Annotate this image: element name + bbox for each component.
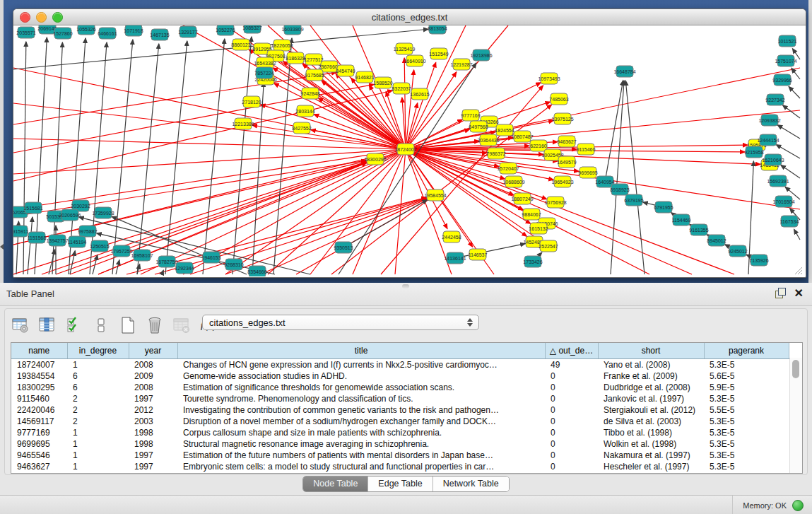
network-node[interactable]: 10688609 — [502, 176, 524, 187]
table-row[interactable]: 1456911722003Disruption of a novel membe… — [11, 416, 789, 427]
network-node[interactable]: 9329966 — [772, 74, 792, 86]
tab-network-table[interactable]: Network Table — [433, 477, 509, 491]
network-node[interactable]: 1146537 — [469, 249, 488, 260]
network-node[interactable]: 8454749 — [336, 65, 355, 76]
network-node[interactable]: 8813054 — [428, 25, 447, 34]
network-node[interactable]: 1649579 — [557, 156, 576, 168]
network-node[interactable]: 9175685 — [305, 69, 324, 81]
network-window-titlebar[interactable]: citations_edges.txt — [13, 9, 806, 25]
column-header-short[interactable]: short — [598, 343, 704, 359]
network-node[interactable]: 1250515 — [90, 240, 109, 252]
network-node[interactable]: 12093832 — [758, 115, 780, 126]
panel-drag-handle[interactable] — [402, 284, 409, 288]
network-node[interactable]: 1467135 — [150, 29, 169, 40]
network-node[interactable]: 16648784 — [613, 66, 635, 77]
memory-ok-indicator-icon[interactable] — [792, 500, 804, 511]
network-node[interactable]: 2522547 — [539, 240, 558, 252]
column-header-title[interactable]: title — [177, 343, 545, 359]
table-row[interactable]: 946362711997Embryonic stem cells: a mode… — [11, 461, 789, 472]
tab-node-table[interactable]: Node Table — [303, 477, 368, 491]
network-node[interactable]: 1085327 — [242, 25, 261, 33]
table-row[interactable]: 2242004622012Investigating the contribut… — [11, 404, 789, 416]
network-node[interactable]: 9215958 — [744, 146, 763, 158]
delete-column-button[interactable] — [145, 316, 164, 335]
network-node[interactable]: 1071918 — [124, 25, 143, 36]
network-node[interactable]: 8918923 — [610, 184, 629, 195]
network-node[interactable]: 2035571 — [16, 27, 35, 38]
network-node[interactable]: 16033809 — [281, 25, 303, 35]
network-node[interactable]: 9350513 — [334, 242, 353, 253]
network-node[interactable]: 3915911 — [13, 226, 28, 237]
network-node[interactable]: 1362615 — [410, 88, 429, 100]
network-node[interactable]: 12213389 — [232, 118, 254, 129]
network-node[interactable]: 9884067 — [522, 209, 541, 220]
window-resize-grip[interactable] — [793, 265, 803, 275]
create-column-button[interactable] — [118, 316, 137, 335]
network-node[interactable]: 15692391 — [767, 175, 789, 187]
network-node[interactable]: 18724007 — [394, 144, 416, 155]
network-node[interactable]: 8186328 — [286, 52, 305, 64]
column-header-year[interactable]: year — [129, 343, 177, 359]
network-node[interactable]: 17359928 — [92, 207, 114, 218]
network-node[interactable]: 8860123 — [231, 39, 250, 50]
network-node[interactable]: 9463627 — [557, 136, 576, 147]
network-node[interactable]: 15751074 — [775, 55, 796, 66]
network-node[interactable]: 20364436 — [477, 134, 499, 146]
network-node[interactable]: 7986372 — [486, 148, 505, 159]
close-panel-icon[interactable]: ✕ — [794, 288, 804, 298]
network-node[interactable]: 1151568 — [28, 232, 47, 243]
network-node[interactable]: 9115460 — [577, 144, 596, 155]
network-node[interactable]: 1527860 — [53, 28, 72, 39]
network-node[interactable]: 10807487 — [511, 131, 533, 142]
network-node[interactable]: 1055326 — [76, 25, 95, 35]
network-node[interactable]: 9227342 — [765, 94, 784, 105]
table-scrollbar[interactable] — [789, 358, 802, 473]
network-node[interactable]: 9146821 — [355, 71, 374, 83]
network-node[interactable]: 19584554 — [424, 189, 446, 201]
network-node[interactable]: 2442458 — [442, 231, 461, 243]
tab-edge-table[interactable]: Edge Table — [368, 477, 433, 491]
network-node[interactable]: 6791955 — [654, 201, 673, 213]
network-node[interactable]: 17016504 — [772, 196, 794, 207]
network-node[interactable]: 17957255 — [110, 245, 132, 257]
network-node[interactable]: 1145194 — [68, 236, 87, 247]
network-node[interactable]: 1167534 — [780, 216, 799, 227]
table-row[interactable]: 946554611997Estimation of the future num… — [11, 450, 789, 461]
network-node[interactable]: 8945012 — [707, 235, 726, 246]
network-node[interactable]: 18300295 — [364, 153, 386, 165]
table-row[interactable]: 969969511998Structural magnetic resonanc… — [11, 438, 789, 450]
network-node[interactable]: 1292344 — [175, 262, 194, 274]
network-node[interactable]: 9777169 — [461, 110, 480, 121]
network-node[interactable]: 1052276 — [216, 25, 235, 35]
network-node[interactable]: 1588520 — [373, 77, 392, 88]
network-node[interactable]: 18226058 — [271, 40, 293, 51]
network-node[interactable]: 19218986 — [470, 49, 492, 61]
network-node[interactable]: 9161355 — [689, 224, 708, 235]
column-visibility-button[interactable] — [37, 316, 57, 335]
network-node[interactable]: 1946153 — [201, 252, 220, 263]
delete-table-button[interactable] — [172, 316, 191, 335]
network-canvas[interactable]: 1872400788601238912955182260589827508818… — [13, 25, 804, 276]
table-row[interactable]: 1830029562008Estimation of significance … — [11, 382, 789, 393]
network-node[interactable]: 622160 — [530, 140, 547, 151]
network-node[interactable]: 6497568 — [469, 121, 488, 132]
column-header-name[interactable]: name — [11, 343, 67, 359]
network-node[interactable]: 8427552 — [292, 122, 311, 134]
network-node[interactable]: 1154469 — [672, 214, 691, 226]
row-height-button[interactable] — [91, 316, 110, 335]
table-mode-button[interactable] — [11, 316, 30, 335]
network-node[interactable]: 7485063 — [549, 93, 568, 105]
network-node[interactable]: 13975125 — [551, 113, 573, 124]
network-node[interactable]: 6379195 — [624, 194, 643, 206]
network-node[interactable]: 1615132 — [529, 223, 548, 234]
network-node[interactable]: 9975887 — [78, 226, 97, 237]
table-scrollbar-thumb[interactable] — [792, 360, 799, 378]
network-node[interactable]: 9268310 — [224, 259, 243, 270]
network-node[interactable]: 10756928 — [544, 197, 566, 208]
network-node[interactable]: 16958107 — [131, 250, 153, 261]
network-node[interactable]: 9242848 — [300, 88, 319, 99]
network-node[interactable]: 2803144 — [295, 105, 314, 117]
network-node[interactable]: 16640910 — [404, 55, 425, 66]
network-node[interactable]: 15720407 — [497, 163, 519, 174]
network-node[interactable]: 8354666 — [247, 266, 266, 276]
